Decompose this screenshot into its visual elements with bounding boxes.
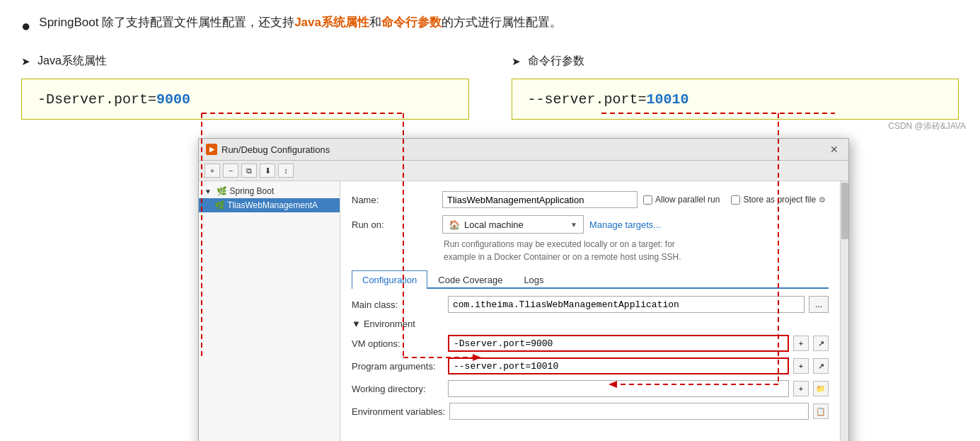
- main-class-label: Main class:: [352, 299, 444, 310]
- settings-gear-icon: ⚙: [819, 195, 826, 205]
- left-title-text: Java系统属性: [38, 54, 107, 69]
- sidebar-springboot-section: ▼ 🌿 Spring Boot: [199, 184, 340, 198]
- vm-options-row: VM options: + ↗: [352, 335, 829, 352]
- add-config-button[interactable]: +: [204, 164, 220, 178]
- program-args-label: Program arguments:: [352, 361, 444, 372]
- working-dir-label: Working directory:: [352, 384, 444, 394]
- right-code-value: 10010: [647, 91, 689, 108]
- vm-options-label: VM options:: [352, 338, 444, 349]
- copy-config-button[interactable]: ⧉: [241, 164, 257, 178]
- csdn-watermark: CSDN @添砖&JAVA: [888, 120, 966, 132]
- env-variables-input[interactable]: [449, 403, 809, 420]
- dialog-icon: ▶: [206, 144, 217, 155]
- left-code-box: -Dserver.port=9000: [21, 79, 469, 120]
- manage-targets-link[interactable]: Manage targets...: [589, 219, 661, 230]
- right-title-text: 命令行参数: [528, 54, 584, 69]
- bullet-dot: ●: [21, 13, 30, 38]
- dialog-sidebar: ▼ 🌿 Spring Boot 🌿 TliasWebManagementA: [199, 181, 340, 441]
- run-on-value: Local machine: [464, 219, 524, 230]
- dialog-body: ▼ 🌿 Spring Boot 🌿 TliasWebManagementA Na…: [199, 181, 848, 441]
- highlight-java: Java系统属性: [294, 16, 369, 29]
- sidebar-item-label: TliasWebManagementA: [227, 200, 318, 210]
- tab-configuration[interactable]: Configuration: [352, 270, 427, 289]
- environment-section-header[interactable]: ▼ Environment: [352, 319, 829, 329]
- sidebar-springboot-label: Spring Boot: [230, 186, 275, 196]
- dialog-content: Name: Allow parallel run Store as projec…: [340, 181, 840, 441]
- env-section-label: Environment: [364, 319, 415, 329]
- run-on-desc-line1: Run configurations may be executed local…: [444, 238, 829, 251]
- checkbox-group: Allow parallel run Store as project file…: [643, 195, 829, 205]
- expand-arrow-icon: ▼: [204, 188, 212, 195]
- left-code-prefix: -Dserver.port=: [38, 91, 156, 108]
- bullet-suffix: 的方式进行属性配置。: [442, 16, 562, 29]
- bullet-prefix: SpringBoot 除了支持配置文件属性配置，还支持: [39, 16, 294, 29]
- vm-options-input[interactable]: [448, 335, 789, 352]
- scrollbar-thumb: [841, 183, 848, 239]
- dialog-title-left: ▶ Run/Debug Configurations: [206, 144, 330, 155]
- sort-config-button[interactable]: ↕: [278, 164, 294, 178]
- main-class-input[interactable]: [448, 296, 805, 313]
- highlight-cmd: 命令行参数: [381, 16, 442, 29]
- run-on-description: Run configurations may be executed local…: [444, 238, 829, 263]
- working-dir-add-button[interactable]: +: [793, 381, 809, 396]
- working-dir-browse-button[interactable]: 📁: [813, 381, 829, 396]
- name-label: Name:: [352, 195, 437, 205]
- move-config-button[interactable]: ⬇: [260, 164, 275, 178]
- allow-parallel-label: Allow parallel run: [643, 195, 720, 205]
- remove-config-button[interactable]: −: [223, 164, 238, 178]
- env-variables-row: Environment variables: 📋: [352, 403, 829, 420]
- dialog-close-button[interactable]: ✕: [827, 142, 841, 156]
- dialog-toolbar: + − ⧉ ⬇ ↕: [199, 161, 848, 181]
- bullet-mid: 和: [369, 16, 381, 29]
- left-section-title: ➤ Java系统属性: [21, 54, 469, 69]
- program-args-input[interactable]: [448, 357, 789, 374]
- vm-options-expand-button[interactable]: ↗: [813, 336, 829, 351]
- dialog-titlebar: ▶ Run/Debug Configurations ✕: [199, 139, 848, 161]
- store-project-checkbox[interactable]: [731, 195, 740, 205]
- sidebar-springboot-icon: 🌿: [217, 186, 227, 196]
- right-section-title: ➤ 命令行参数: [512, 54, 959, 69]
- vm-options-add-button[interactable]: +: [793, 336, 809, 351]
- working-dir-row: Working directory: + 📁: [352, 380, 829, 397]
- run-on-desc-line2: example in a Docker Container or on a re…: [444, 251, 829, 263]
- sidebar-item-tlias[interactable]: 🌿 TliasWebManagementA: [199, 198, 340, 212]
- main-class-browse-button[interactable]: ...: [809, 296, 829, 313]
- dialog-title: Run/Debug Configurations: [221, 144, 330, 155]
- run-debug-dialog: ▶ Run/Debug Configurations ✕ + − ⧉ ⬇ ↕ ▼…: [198, 138, 849, 441]
- env-variables-label: Environment variables:: [352, 406, 445, 417]
- program-args-add-button[interactable]: +: [793, 358, 809, 374]
- tabs-row: Configuration Code Coverage Logs: [352, 270, 829, 289]
- home-icon: 🏠: [449, 219, 460, 230]
- left-column: ➤ Java系统属性 -Dserver.port=9000: [21, 54, 490, 132]
- bullet-section: ● SpringBoot 除了支持配置文件属性配置，还支持Java系统属性和命令…: [21, 13, 959, 38]
- working-dir-input[interactable]: [448, 380, 789, 397]
- name-form-row: Name: Allow parallel run Store as projec…: [352, 191, 829, 208]
- left-code-value: 9000: [156, 91, 190, 108]
- env-variables-browse-button[interactable]: 📋: [813, 403, 829, 419]
- left-arrow-icon: ➤: [21, 55, 30, 68]
- two-columns: ➤ Java系统属性 -Dserver.port=9000 ➤ 命令行参数 --…: [21, 54, 959, 132]
- main-class-row: Main class: ...: [352, 296, 829, 313]
- sidebar-springboot-icon2: 🌿: [214, 200, 225, 210]
- env-expand-arrow-icon: ▼: [352, 319, 361, 329]
- program-args-expand-button[interactable]: ↗: [813, 358, 829, 374]
- dialog-scrollbar[interactable]: [840, 181, 848, 441]
- bullet-text: SpringBoot 除了支持配置文件属性配置，还支持Java系统属性和命令行参…: [39, 13, 562, 32]
- dropdown-arrow-icon: ▼: [570, 221, 577, 229]
- store-project-label: Store as project file ⚙: [731, 195, 826, 205]
- right-code-prefix: --server.port=: [528, 91, 647, 108]
- run-on-dropdown[interactable]: 🏠 Local machine ▼: [442, 215, 584, 234]
- tab-code-coverage[interactable]: Code Coverage: [427, 270, 513, 289]
- right-code-box: --server.port=10010: [512, 79, 959, 120]
- run-on-row: Run on: 🏠 Local machine ▼ Manage targets…: [352, 215, 829, 234]
- right-arrow-icon: ➤: [512, 55, 521, 68]
- run-on-label: Run on:: [352, 219, 437, 230]
- tab-logs[interactable]: Logs: [513, 270, 554, 289]
- program-args-row: Program arguments: + ↗: [352, 357, 829, 374]
- name-input[interactable]: [442, 191, 638, 208]
- allow-parallel-checkbox[interactable]: [643, 195, 652, 205]
